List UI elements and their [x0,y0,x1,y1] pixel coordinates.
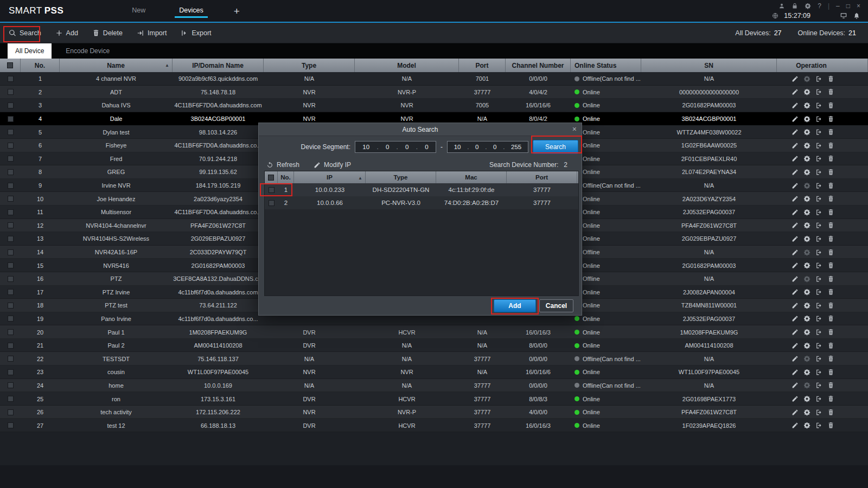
settings-icon[interactable] [803,195,810,202]
dialog-header-port[interactable]: Port [507,171,577,183]
edit-icon[interactable] [792,155,799,162]
table-row[interactable]: 14 channel NVR9002a9b9cf63.quickddns.com… [0,72,868,86]
header-port[interactable]: Port [459,59,506,72]
dialog-table-row[interactable]: 210.0.0.66PC-NVR-V3.074:D0:2B:A0:2B:D737… [265,196,578,209]
logout-icon[interactable] [815,422,822,429]
logout-icon[interactable] [815,142,822,149]
edit-icon[interactable] [792,409,799,416]
delete-icon[interactable] [827,275,834,282]
tab-devices[interactable]: Devices [175,4,207,18]
table-row[interactable]: 27test 1266.188.18.13DVRHCVR3777716/0/16… [0,419,868,432]
row-checkbox[interactable] [0,392,21,406]
dialog-row-checkbox[interactable] [265,183,278,196]
table-row[interactable]: 21Paul 2AM004114100208DVRN/AN/A8/0/0/0On… [0,339,868,352]
logout-icon[interactable] [815,315,822,322]
delete-icon[interactable] [827,195,834,202]
delete-icon[interactable] [827,182,834,189]
help-icon[interactable]: ? [818,2,821,10]
header-name[interactable]: Name▲ [60,59,173,72]
tab-all-device[interactable]: All Device [8,43,52,59]
delete-icon[interactable] [827,422,834,429]
table-row[interactable]: 24home10.0.0.169N/AN/A377770/0/0/0Offlin… [0,379,868,393]
header-model[interactable]: Model [355,59,459,72]
refresh-button[interactable]: Refresh [266,161,299,169]
dialog-header-type[interactable]: Type [366,171,436,183]
delete-icon[interactable] [827,102,834,109]
logout-icon[interactable] [815,222,822,229]
delete-icon[interactable] [827,142,834,149]
edit-icon[interactable] [792,102,799,109]
row-checkbox[interactable] [0,325,21,339]
gear-icon[interactable] [805,3,811,9]
row-checkbox[interactable] [0,206,21,219]
table-row[interactable]: 26tech activity172.115.206.222NVRNVR-P37… [0,406,868,419]
row-checkbox[interactable] [0,86,21,99]
settings-icon[interactable] [803,129,810,136]
delete-icon[interactable] [827,75,834,82]
row-checkbox[interactable] [0,99,21,112]
edit-icon[interactable] [792,329,799,336]
settings-icon[interactable] [803,222,810,229]
row-checkbox[interactable] [0,139,21,152]
edit-icon[interactable] [792,235,799,242]
dialog-header-no[interactable]: No. [278,171,294,183]
delete-icon[interactable] [827,169,834,176]
dialog-search-button[interactable]: Search [533,140,578,154]
edit-icon[interactable] [792,182,799,189]
settings-icon[interactable] [803,182,810,189]
logout-icon[interactable] [815,342,822,349]
lock-icon[interactable] [792,3,798,9]
table-row[interactable]: 3Dahua IVS4C11BF6F7D0A.dahuaddns.comNVRN… [0,99,868,112]
logout-icon[interactable] [815,302,822,309]
settings-icon[interactable] [803,75,810,82]
dialog-close-icon[interactable]: × [572,124,577,135]
edit-icon[interactable] [792,169,799,176]
delete-icon[interactable] [827,315,834,322]
new-tab-button[interactable]: + [234,6,240,16]
row-checkbox[interactable] [0,272,21,286]
logout-icon[interactable] [815,355,822,362]
settings-icon[interactable] [803,422,810,429]
delete-icon[interactable] [827,209,834,216]
dialog-header-ip[interactable]: IP▲ [294,171,366,183]
logout-icon[interactable] [815,235,822,242]
alarm-bell-icon[interactable] [853,12,860,20]
add-button[interactable]: Add [55,29,78,37]
logout-icon[interactable] [815,288,822,296]
settings-icon[interactable] [803,329,810,336]
logout-icon[interactable] [815,369,822,376]
header-type[interactable]: Type [264,59,355,72]
delete-icon[interactable] [827,329,834,336]
delete-icon[interactable] [827,222,834,229]
logout-icon[interactable] [815,329,822,336]
row-checkbox[interactable] [0,232,21,246]
dialog-row-checkbox[interactable] [265,196,278,209]
logout-icon[interactable] [815,209,822,216]
edit-icon[interactable] [792,342,799,349]
ip-range-end-input[interactable]: 10.0.0.255 [447,141,528,153]
header-sn[interactable]: SN [641,59,777,72]
logout-icon[interactable] [815,262,822,269]
ip-range-start-input[interactable]: 10.0.0.0 [355,141,436,153]
table-row[interactable]: 25ron173.15.3.161DVRHCVR377778/0/8/3Onli… [0,392,868,406]
logout-icon[interactable] [815,102,822,109]
settings-icon[interactable] [803,88,810,95]
edit-icon[interactable] [792,129,799,136]
row-checkbox[interactable] [0,125,21,139]
modify-ip-button[interactable]: Modify IP [314,161,351,169]
delete-icon[interactable] [827,302,834,309]
user-icon[interactable] [778,3,785,9]
logout-icon[interactable] [815,75,822,82]
row-checkbox[interactable] [0,72,21,86]
minimize-icon[interactable]: – [836,2,840,10]
settings-icon[interactable] [803,315,810,322]
row-checkbox[interactable] [0,312,21,326]
logout-icon[interactable] [815,409,822,416]
edit-icon[interactable] [792,262,799,269]
row-checkbox[interactable] [0,365,21,379]
edit-icon[interactable] [792,288,799,296]
settings-icon[interactable] [803,102,810,109]
logout-icon[interactable] [815,275,822,282]
settings-icon[interactable] [803,342,810,349]
logout-icon[interactable] [815,395,822,402]
